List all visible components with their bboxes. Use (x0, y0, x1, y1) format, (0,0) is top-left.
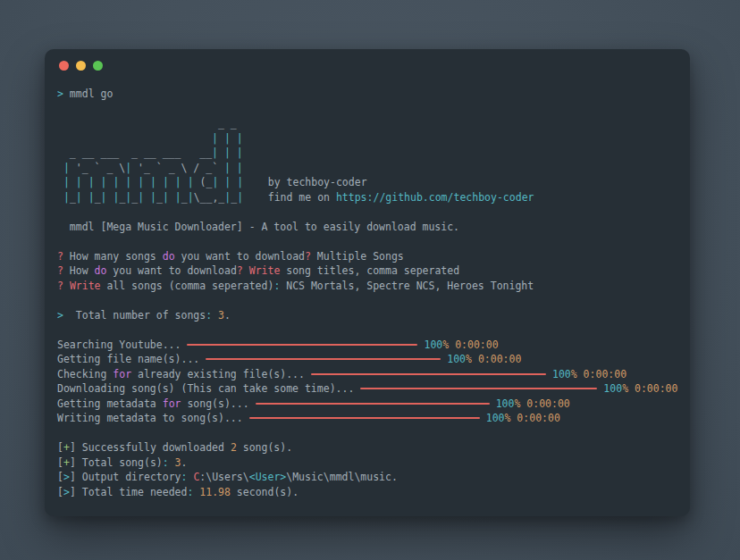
progress-line: Checking for already existing file(s)...… (57, 367, 677, 382)
progress-bar (256, 403, 490, 405)
text-segment: [ (57, 440, 63, 456)
terminal-output: > mmdl go _ _ | | | _ __ ___ _ __ ___ __… (45, 71, 690, 499)
text-segment: NCS Mortals, Spectre NCS, Heroes Tonight (280, 279, 534, 294)
progress-percent-sign: % (622, 381, 628, 397)
text-segment: | (175, 190, 181, 205)
text-segment: for (113, 367, 131, 382)
text-segment: _ (156, 190, 163, 205)
zoom-button[interactable] (93, 61, 103, 71)
terminal-titlebar[interactable] (45, 49, 690, 71)
text-segment: Getting metadata (57, 397, 163, 412)
text-segment: _ (119, 190, 125, 205)
text-segment: Searching Youtube... (57, 338, 181, 353)
summary-line: [+] Successfully downloaded 2 song(s). (57, 440, 677, 456)
text-segment: _ (231, 190, 237, 205)
text-segment: ? (57, 279, 63, 294)
text-segment (144, 175, 150, 190)
progress-percent-sign: % (442, 338, 449, 353)
text-segment: [ (57, 456, 63, 471)
text-segment: | (224, 161, 231, 176)
text-segment: : (181, 470, 188, 485)
text-segment: + (63, 456, 70, 471)
progress-percent: 100 (603, 381, 622, 397)
text-segment: 11.98 (199, 485, 231, 500)
text-segment: | (125, 175, 131, 190)
text-segment (231, 175, 237, 190)
minimize-button[interactable] (76, 61, 86, 71)
text-segment: '_ ` _ \ (70, 161, 125, 176)
text-segment (107, 175, 114, 190)
terminal-window: > mmdl go _ _ | | | _ __ ___ _ __ ___ __… (45, 49, 690, 516)
text-segment: song(s). (237, 440, 292, 456)
text-segment: Multiple Songs (311, 249, 404, 264)
progress-time: 0:00:00 (472, 352, 521, 367)
text-segment: | (125, 161, 131, 176)
text-segment: Checking (57, 367, 113, 382)
text-segment (243, 263, 249, 279)
text-segment: | (163, 190, 169, 205)
text-segment: for (163, 397, 181, 412)
progress-percent: 100 (486, 411, 505, 426)
ascii-logo-line: _ _ (57, 116, 677, 131)
text-segment: | (237, 131, 243, 146)
ascii-logo-line: _ __ ___ _ __ ___ __| | | (57, 146, 677, 161)
text-segment: | (88, 175, 95, 190)
text-segment: : (273, 279, 280, 294)
text-segment (144, 190, 150, 205)
text-segment: _ (95, 190, 101, 205)
text-segment: . (224, 308, 231, 323)
summary-line: [+] Total song(s): 3. (57, 456, 677, 471)
ascii-logo-line: |_| |_| |_|_| |_| |_|\__,_|_| find me on… (57, 190, 677, 205)
text-segment: | (163, 175, 169, 190)
progress-time: 0:00:00 (449, 338, 498, 353)
text-segment (57, 131, 212, 146)
text-segment: you want to download (106, 263, 236, 279)
text-segment: <User> (249, 470, 287, 485)
text-segment: | (188, 190, 194, 205)
progress-time: 0:00:00 (628, 381, 677, 397)
text-segment: mmdl go (63, 87, 113, 102)
text-segment: 3 (175, 456, 181, 471)
text-segment: | (237, 146, 243, 161)
text-segment: C (193, 470, 199, 485)
progress-line: Writing metadata to song(s)...100% 0:00:… (57, 411, 677, 426)
prompt-question-line: ? Write all songs (comma seperated): NCS… (57, 279, 677, 294)
terminal-line (57, 293, 677, 308)
text-segment: by techboy-coder (243, 175, 366, 190)
text-segment (57, 190, 63, 205)
text-segment: | (113, 190, 119, 205)
text-segment: | (76, 175, 82, 190)
progress-percent: 100 (424, 338, 442, 353)
text-segment (57, 102, 63, 117)
text-segment: | (224, 175, 231, 190)
text-segment: https://github.com/techboy-coder (336, 190, 534, 205)
text-segment: > (57, 308, 63, 323)
text-segment: ] Successfully downloaded (70, 440, 231, 456)
text-segment (131, 175, 138, 190)
text-segment: | (101, 190, 107, 205)
summary-line: [>] Total time needed: 11.98 second(s). (57, 485, 677, 500)
text-segment: How (63, 263, 95, 279)
command-line: > mmdl go (57, 87, 677, 102)
text-segment: song titles, comma seperated (280, 263, 459, 279)
text-segment: > (63, 485, 70, 500)
text-segment (57, 426, 63, 441)
text-segment: ] Total song(s) (70, 456, 163, 471)
text-segment: + (63, 440, 70, 456)
text-segment: ? (57, 263, 63, 279)
text-segment: : (206, 308, 212, 323)
terminal-line (57, 102, 677, 117)
text-segment: | (212, 175, 218, 190)
close-button[interactable] (59, 61, 69, 71)
progress-time: 0:00:00 (510, 411, 559, 426)
text-segment: already existing file(s)... (131, 367, 305, 382)
text-segment: : (163, 456, 169, 471)
text-segment: do (163, 249, 175, 264)
text-segment (218, 146, 224, 161)
ascii-logo-line: | '_ ` _ \| '_ ` _ \ / _` | | (57, 161, 677, 176)
prompt-question-line: ? How do you want to download? Write son… (57, 263, 677, 279)
progress-percent-sign: % (466, 352, 472, 367)
text-segment (169, 190, 175, 205)
progress-percent-sign: % (571, 367, 577, 382)
text-segment: | (76, 190, 82, 205)
